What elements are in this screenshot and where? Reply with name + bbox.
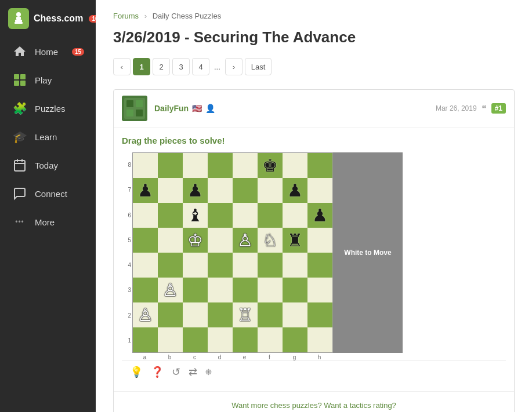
cell-1a[interactable] (133, 327, 158, 352)
cell-4d[interactable] (208, 253, 233, 278)
cell-5a[interactable] (133, 228, 158, 253)
cell-2g[interactable] (283, 302, 307, 327)
pagination-page-3[interactable]: 3 (172, 58, 190, 75)
cell-7a[interactable]: ♟ (133, 178, 158, 203)
cell-2b[interactable] (158, 302, 183, 327)
sidebar-item-puzzles[interactable]: 🧩Puzzles (3, 94, 92, 122)
cell-8c[interactable] (183, 153, 208, 178)
sidebar-item-today[interactable]: Today (3, 151, 92, 179)
share-icon[interactable]: ⎈ (205, 366, 212, 378)
cell-1d[interactable] (208, 327, 233, 352)
retry-icon[interactable]: ↺ (172, 366, 180, 378)
cell-2a[interactable]: ♙ (133, 302, 158, 327)
logo-area[interactable]: Chess.com 10 (0, 0, 96, 37)
cell-1b[interactable] (158, 327, 183, 352)
cell-3a[interactable] (133, 278, 158, 302)
cell-6d[interactable] (208, 203, 233, 228)
cell-5c[interactable]: ♔ (183, 228, 208, 253)
cell-1f[interactable] (258, 327, 283, 352)
cell-3e[interactable] (233, 278, 258, 302)
pagination-prev[interactable]: ‹ (113, 58, 131, 75)
cell-8g[interactable] (283, 153, 307, 178)
cell-1h[interactable] (307, 327, 332, 352)
pagination-next[interactable]: › (225, 58, 243, 75)
cell-6c[interactable]: ♝ (183, 203, 208, 228)
cell-2c[interactable] (183, 302, 208, 327)
row-label-7: 7 (122, 177, 132, 202)
post-username[interactable]: DailyFun (154, 104, 189, 113)
cell-6e[interactable] (233, 203, 258, 228)
cell-4h[interactable] (307, 253, 332, 278)
footer-link-1[interactable]: Want more chess puzzles? Want a tactics … (122, 399, 506, 412)
help-icon[interactable]: ❓ (151, 366, 164, 378)
post-instruction: Drag the pieces to solve! (122, 136, 506, 145)
cell-8h[interactable] (307, 153, 332, 178)
cell-3b[interactable]: ♙ (158, 278, 183, 302)
cell-6h[interactable]: ♟ (307, 203, 332, 228)
sidebar-item-home[interactable]: Home15 (3, 38, 92, 65)
cell-4g[interactable] (283, 253, 307, 278)
row-label-5: 5 (122, 228, 132, 253)
row-label-8: 8 (122, 152, 132, 177)
breadcrumb-parent[interactable]: Forums (113, 12, 139, 20)
cell-6a[interactable] (133, 203, 158, 228)
cell-3g[interactable] (283, 278, 307, 302)
sidebar-item-learn[interactable]: 🎓Learn (3, 123, 92, 151)
cell-3h[interactable] (307, 278, 332, 302)
cell-6f[interactable] (258, 203, 283, 228)
cell-7b[interactable] (158, 178, 183, 203)
pagination-page-4[interactable]: 4 (192, 58, 209, 75)
svg-rect-15 (136, 100, 143, 107)
sidebar-item-play[interactable]: Play (3, 66, 92, 94)
connect-label: Connect (35, 189, 67, 199)
cell-7h[interactable] (307, 178, 332, 203)
cell-3f[interactable] (258, 278, 283, 302)
cell-4e[interactable] (233, 253, 258, 278)
cell-3c[interactable] (183, 278, 208, 302)
cell-5d[interactable] (208, 228, 233, 253)
cell-6g[interactable] (283, 203, 307, 228)
cell-5g[interactable]: ♜ (283, 228, 307, 253)
hint-icon[interactable]: 💡 (130, 366, 143, 378)
cell-4f[interactable] (258, 253, 283, 278)
cell-7d[interactable] (208, 178, 233, 203)
cell-8b[interactable] (158, 153, 183, 178)
sidebar-item-more[interactable]: •••More (3, 208, 92, 236)
cell-5h[interactable] (307, 228, 332, 253)
piece-5-1: ♙ (162, 282, 178, 299)
cell-2h[interactable] (307, 302, 332, 327)
cell-1c[interactable] (183, 327, 208, 352)
cell-8f[interactable]: ♚ (258, 153, 283, 178)
cell-1e[interactable] (233, 327, 258, 352)
cell-6b[interactable] (158, 203, 183, 228)
cell-5e[interactable]: ♙ (233, 228, 258, 253)
cell-8d[interactable] (208, 153, 233, 178)
pagination-page-1[interactable]: 1 (133, 58, 150, 75)
cell-2e[interactable]: ♖ (233, 302, 258, 327)
post-footer: Want more chess puzzles? Want a tactics … (114, 391, 514, 412)
cell-5b[interactable] (158, 228, 183, 253)
cell-7c[interactable]: ♟ (183, 178, 208, 203)
cell-7e[interactable] (233, 178, 258, 203)
cell-4a[interactable] (133, 253, 158, 278)
flip-icon[interactable]: ⇄ (189, 366, 197, 378)
cell-2d[interactable] (208, 302, 233, 327)
sidebar-item-connect[interactable]: Connect (3, 180, 92, 207)
cell-8e[interactable] (233, 153, 258, 178)
cell-7f[interactable] (258, 178, 283, 203)
main-content: Forums › Daily Chess Puzzles 3/26/2019 -… (96, 0, 532, 412)
cell-4b[interactable] (158, 253, 183, 278)
cell-5f[interactable]: ♘ (258, 228, 283, 253)
quote-icon[interactable]: ❝ (482, 103, 487, 114)
row-label-3: 3 (122, 278, 132, 302)
cell-1g[interactable] (283, 327, 307, 352)
chess-board[interactable]: ♚♟♟♟♝♟♔♙♘♜♙♙♖ (132, 152, 333, 353)
more-label: More (35, 217, 55, 227)
cell-8a[interactable] (133, 153, 158, 178)
pagination-last[interactable]: Last (245, 58, 272, 75)
cell-2f[interactable] (258, 302, 283, 327)
cell-3d[interactable] (208, 278, 233, 302)
cell-7g[interactable]: ♟ (283, 178, 307, 203)
cell-4c[interactable] (183, 253, 208, 278)
pagination-page-2[interactable]: 2 (153, 58, 170, 75)
